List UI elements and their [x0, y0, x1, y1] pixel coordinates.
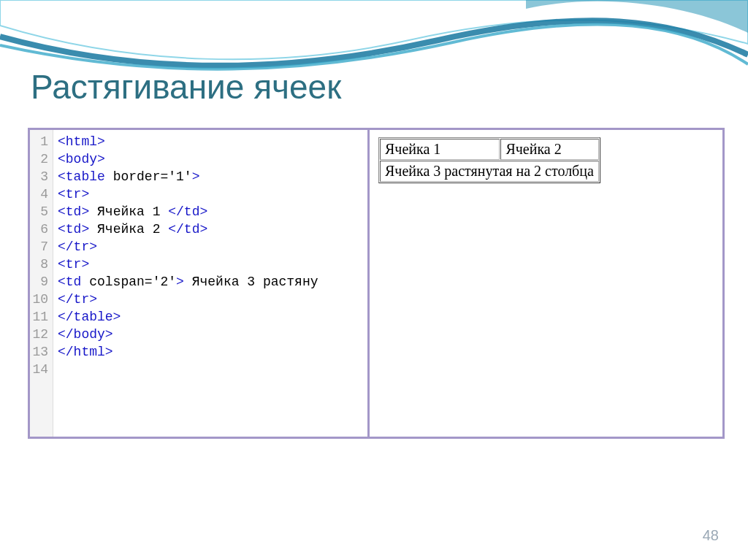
demo-table: Ячейка 1 Ячейка 2 Ячейка 3 растянутая на…: [378, 137, 600, 183]
code-line: <body>: [58, 150, 367, 168]
code-editor-pane: 1234567891011121314 <html><body><table b…: [30, 130, 370, 437]
line-number-gutter: 1234567891011121314: [30, 130, 53, 437]
line-number: 8: [30, 256, 48, 273]
code-line: </tr>: [58, 238, 367, 256]
code-line: <tr>: [58, 256, 367, 273]
line-number: 9: [30, 273, 48, 291]
code-line: <tr>: [58, 185, 367, 203]
slide-title: Растягивание ячеек: [31, 67, 341, 107]
code-line: <td> Ячейка 1 </td>: [58, 203, 367, 220]
line-number: 5: [30, 203, 48, 220]
code-line: <table border='1'>: [58, 168, 367, 185]
line-number: 3: [30, 168, 48, 185]
code-line: </body>: [58, 326, 367, 343]
line-number: 13: [30, 343, 48, 361]
line-number: 7: [30, 238, 48, 256]
table-row: Ячейка 3 растянутая на 2 столбца: [380, 161, 599, 182]
line-number: 11: [30, 308, 48, 326]
line-number: 2: [30, 150, 48, 168]
table-row: Ячейка 1 Ячейка 2: [380, 139, 599, 160]
page-number: 48: [703, 527, 719, 544]
line-number: 4: [30, 185, 48, 203]
code-line: <td colspan='2'> Ячейка 3 растяну: [58, 273, 367, 291]
code-line: </tr>: [58, 291, 367, 308]
code-area: <html><body><table border='1'><tr><td> Я…: [53, 130, 367, 437]
render-output-pane: Ячейка 1 Ячейка 2 Ячейка 3 растянутая на…: [370, 130, 722, 437]
table-cell: Ячейка 2: [500, 139, 598, 160]
code-line: </table>: [58, 308, 367, 326]
decorative-swoops: [0, 0, 748, 77]
line-number: 6: [30, 220, 48, 238]
content-panel: 1234567891011121314 <html><body><table b…: [28, 128, 725, 439]
code-line: [58, 361, 367, 378]
line-number: 12: [30, 326, 48, 343]
code-line: <td> Ячейка 2 </td>: [58, 220, 367, 238]
line-number: 14: [30, 361, 48, 378]
line-number: 10: [30, 291, 48, 308]
code-line: </html>: [58, 343, 367, 361]
code-line: <html>: [58, 133, 367, 150]
line-number: 1: [30, 133, 48, 150]
table-cell: Ячейка 1: [380, 139, 500, 160]
table-cell-spanned: Ячейка 3 растянутая на 2 столбца: [380, 161, 599, 182]
